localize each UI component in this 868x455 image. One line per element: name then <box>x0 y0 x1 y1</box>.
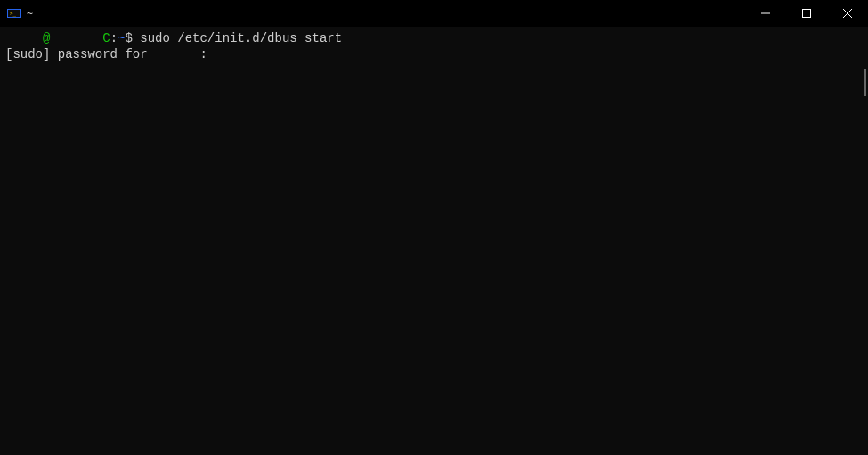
scrollbar-thumb[interactable] <box>864 69 866 96</box>
window-titlebar: >_ ~ <box>0 0 868 27</box>
close-button[interactable] <box>827 0 868 27</box>
terminal-viewport[interactable]: @ C:~$ sudo /etc/init.d/dbus start [sudo… <box>0 27 868 455</box>
terminal-line: @ C:~$ sudo /etc/init.d/dbus start <box>5 30 863 46</box>
terminal-line: [sudo] password for : <box>5 46 863 62</box>
prompt-dollar: $ <box>125 31 132 45</box>
window-title: ~ <box>27 7 33 20</box>
prompt-user-host: @ C <box>5 31 110 45</box>
maximize-button[interactable] <box>786 0 827 27</box>
prompt-separator: : <box>110 31 118 45</box>
window-controls <box>745 0 868 27</box>
svg-rect-3 <box>761 13 770 14</box>
output-text: [sudo] password for : <box>5 47 207 61</box>
command-text <box>133 31 140 45</box>
svg-text:>_: >_ <box>10 10 17 17</box>
titlebar-left: >_ ~ <box>7 6 33 20</box>
minimize-button[interactable] <box>745 0 786 27</box>
app-icon: >_ <box>7 6 21 20</box>
svg-rect-4 <box>803 10 811 18</box>
command-text: sudo /etc/init.d/dbus start <box>140 31 342 45</box>
